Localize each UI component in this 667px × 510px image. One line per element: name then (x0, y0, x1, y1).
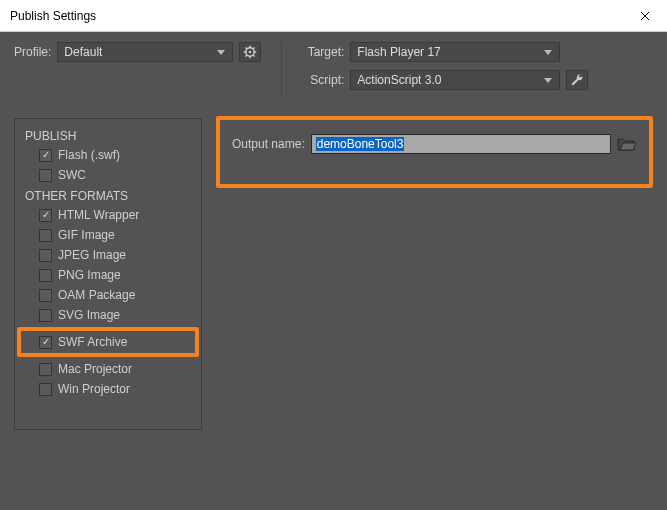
item-label: SWC (58, 168, 86, 182)
chevron-down-icon (214, 45, 228, 59)
profile-options-button[interactable] (239, 42, 261, 62)
output-panel: Output name: demoBoneTool3 (216, 118, 653, 188)
script-label: Script: (302, 73, 344, 87)
other-formats-section-head: OTHER FORMATS (21, 185, 195, 205)
output-name-value: demoBoneTool3 (316, 137, 405, 151)
close-icon (640, 11, 650, 21)
sidebar-item-swf-archive[interactable]: SWF Archive (21, 332, 191, 352)
checkbox-mac[interactable] (39, 363, 52, 376)
checkbox-win[interactable] (39, 383, 52, 396)
wrench-icon (570, 73, 584, 87)
target-label: Target: (302, 45, 344, 59)
output-name-label: Output name: (232, 137, 305, 151)
svg-line-6 (246, 48, 248, 50)
item-label: GIF Image (58, 228, 115, 242)
target-script-group: Target: Flash Player 17 Script: ActionSc… (302, 42, 588, 90)
sidebar-item-png[interactable]: PNG Image (21, 265, 195, 285)
svg-line-9 (246, 55, 248, 57)
output-highlight: Output name: demoBoneTool3 (216, 116, 653, 188)
script-dropdown[interactable]: ActionScript 3.0 (350, 70, 560, 90)
svg-line-8 (253, 48, 255, 50)
checkbox-jpeg[interactable] (39, 249, 52, 262)
divider (281, 42, 282, 98)
profile-value: Default (64, 45, 102, 59)
profile-group: Profile: Default (14, 42, 261, 62)
item-label: SWF Archive (58, 335, 127, 349)
chevron-down-icon (541, 73, 555, 87)
sidebar-item-mac[interactable]: Mac Projector (21, 359, 195, 379)
top-row: Profile: Default (14, 42, 653, 98)
item-label: PNG Image (58, 268, 121, 282)
window-title: Publish Settings (10, 9, 96, 23)
profile-dropdown[interactable]: Default (57, 42, 233, 62)
chevron-down-icon (541, 45, 555, 59)
target-dropdown[interactable]: Flash Player 17 (350, 42, 560, 62)
gear-icon (243, 45, 257, 59)
swf-archive-highlight: SWF Archive (17, 327, 199, 357)
item-label: Mac Projector (58, 362, 132, 376)
svg-point-1 (249, 51, 252, 54)
item-label: JPEG Image (58, 248, 126, 262)
sidebar-item-gif[interactable]: GIF Image (21, 225, 195, 245)
titlebar: Publish Settings (0, 0, 667, 32)
script-settings-button[interactable] (566, 70, 588, 90)
checkbox-png[interactable] (39, 269, 52, 282)
publish-section-head: PUBLISH (21, 125, 195, 145)
script-value: ActionScript 3.0 (357, 73, 441, 87)
browse-folder-button[interactable] (617, 136, 637, 152)
item-label: SVG Image (58, 308, 120, 322)
item-label: HTML Wrapper (58, 208, 139, 222)
sidebar-item-win[interactable]: Win Projector (21, 379, 195, 399)
checkbox-oam[interactable] (39, 289, 52, 302)
close-button[interactable] (622, 0, 667, 32)
formats-sidebar: PUBLISH Flash (.swf) SWC OTHER FORMATS H… (14, 118, 202, 430)
checkbox-flash[interactable] (39, 149, 52, 162)
sidebar-item-svg[interactable]: SVG Image (21, 305, 195, 325)
target-value: Flash Player 17 (357, 45, 440, 59)
output-name-input[interactable]: demoBoneTool3 (311, 134, 611, 154)
sidebar-item-swc[interactable]: SWC (21, 165, 195, 185)
checkbox-swf-archive[interactable] (39, 336, 52, 349)
item-label: OAM Package (58, 288, 135, 302)
checkbox-html[interactable] (39, 209, 52, 222)
checkbox-svg[interactable] (39, 309, 52, 322)
publish-settings-window: Publish Settings Profile: Default (0, 0, 667, 510)
profile-label: Profile: (14, 45, 51, 59)
item-label: Flash (.swf) (58, 148, 120, 162)
sidebar-item-jpeg[interactable]: JPEG Image (21, 245, 195, 265)
sidebar-item-oam[interactable]: OAM Package (21, 285, 195, 305)
dialog-body: Profile: Default (0, 32, 667, 510)
content-row: PUBLISH Flash (.swf) SWC OTHER FORMATS H… (14, 118, 653, 430)
sidebar-item-flash[interactable]: Flash (.swf) (21, 145, 195, 165)
sidebar-item-html[interactable]: HTML Wrapper (21, 205, 195, 225)
svg-line-7 (253, 55, 255, 57)
folder-icon (617, 136, 637, 152)
checkbox-gif[interactable] (39, 229, 52, 242)
item-label: Win Projector (58, 382, 130, 396)
checkbox-swc[interactable] (39, 169, 52, 182)
output-row: Output name: demoBoneTool3 (232, 134, 637, 154)
